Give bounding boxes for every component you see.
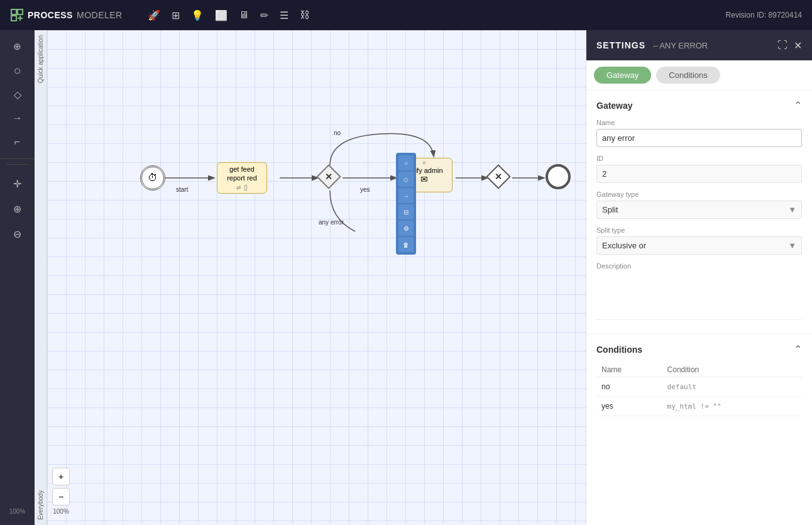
context-toolbar: ○ ◇ → ⊟ ⚙ 🗑 bbox=[396, 153, 416, 255]
task1-line2: report red bbox=[227, 174, 257, 182]
settings-panel: SETTINGS – ANY ERROR ⛶ ✕ Gateway Conditi… bbox=[586, 30, 812, 525]
conditions-section: Conditions ⌃ Name Condition nodefaultyes… bbox=[586, 334, 812, 425]
name-value[interactable]: any error bbox=[596, 129, 802, 147]
connectors-svg bbox=[47, 30, 586, 525]
toolbar-top: ⊕ ○ ◇ → ⌐ bbox=[0, 35, 35, 159]
canvas-wrapper: Quick application Everybody bbox=[35, 30, 586, 525]
conditions-col-condition: Condition bbox=[662, 363, 802, 377]
main-content: ⊕ ○ ◇ → ⌐ ✛ ⊕ ⊖ 100% Quick application E… bbox=[0, 30, 812, 525]
settings-title: SETTINGS bbox=[596, 40, 645, 50]
ctx-start-icon[interactable]: ○ bbox=[398, 155, 414, 170]
toolbar-diamond[interactable]: ◇ bbox=[5, 83, 30, 106]
conditions-section-title: Conditions bbox=[596, 345, 642, 355]
settings-content: Gateway ⌃ Name any error ID 2 Gateway ty… bbox=[586, 91, 812, 525]
id-label: ID bbox=[596, 155, 802, 162]
split-type-value: Exclusive or bbox=[597, 237, 783, 254]
start-label: start bbox=[176, 186, 188, 193]
pen-icon[interactable]: ✏ bbox=[260, 9, 268, 21]
canvas-area[interactable]: start ⏱ get feed report red ⇌ [] bbox=[47, 30, 586, 525]
gateway-2[interactable]: ✕ bbox=[486, 164, 511, 189]
condition-name-0: no bbox=[596, 377, 662, 397]
everybody-label: Everybody bbox=[36, 88, 45, 525]
toolbar-circle[interactable]: ○ bbox=[5, 59, 30, 82]
export-icon[interactable]: ⬜ bbox=[215, 9, 228, 21]
name-field: Name any error bbox=[596, 119, 802, 147]
text-icon[interactable]: ☰ bbox=[280, 9, 288, 21]
toolbar-arrow[interactable]: → bbox=[5, 107, 30, 130]
side-labels: Quick application Everybody bbox=[35, 30, 47, 525]
topbar-icons: 🚀 ⊞ 💡 ⬜ 🖥 ✏ ☰ ⛓ bbox=[148, 9, 310, 21]
description-textarea[interactable] bbox=[596, 272, 802, 310]
task-get-feed[interactable]: get feed report red ⇌ [] bbox=[217, 162, 267, 194]
topbar: PROCESSMODELER 🚀 ⊞ 💡 ⬜ 🖥 ✏ ☰ ⛓ Revision … bbox=[0, 0, 812, 30]
conditions-col-name: Name bbox=[596, 363, 662, 377]
grid-icon[interactable]: ⊞ bbox=[172, 9, 180, 21]
zoom-level-label: 100% bbox=[52, 508, 70, 515]
id-field: ID 2 bbox=[596, 155, 802, 183]
toolbar-bracket[interactable]: ⌐ bbox=[5, 131, 30, 153]
gateway-section-header: Gateway ⌃ bbox=[596, 99, 802, 111]
description-label: Description bbox=[596, 262, 802, 270]
conditions-collapse-btn[interactable]: ⌃ bbox=[794, 343, 802, 355]
bulb-icon[interactable]: 💡 bbox=[191, 9, 204, 21]
settings-close-btn[interactable]: ✕ bbox=[794, 40, 802, 52]
flow-yes-label: yes bbox=[360, 186, 370, 193]
quick-application-label: Quick application bbox=[36, 30, 45, 88]
conditions-table: Name Condition nodefaultyesmy_html != "" bbox=[596, 363, 802, 416]
conditions-section-header: Conditions ⌃ bbox=[596, 343, 802, 355]
split-type-arrow: ▼ bbox=[783, 237, 801, 254]
network-icon[interactable]: ⛓ bbox=[300, 9, 310, 21]
zoom-out-btn[interactable]: − bbox=[52, 488, 70, 506]
gateway-divider bbox=[596, 319, 802, 320]
svg-rect-1 bbox=[18, 9, 23, 14]
ctx-trash-icon[interactable]: 🗑 bbox=[398, 237, 414, 252]
ctx-dash-icon[interactable]: ⊟ bbox=[398, 204, 414, 219]
gateway-collapse-btn[interactable]: ⌃ bbox=[794, 99, 802, 111]
revision-id: Revision ID: 89720414 bbox=[726, 11, 802, 19]
toolbar-move[interactable]: ✛ bbox=[5, 172, 30, 195]
clock-start-event[interactable]: ⏱ bbox=[140, 165, 165, 191]
rocket-icon[interactable]: 🚀 bbox=[148, 9, 160, 21]
gateway-type-value: Split bbox=[597, 201, 783, 218]
split-type-field: Split type Exclusive or ▼ bbox=[596, 226, 802, 255]
end-event[interactable] bbox=[546, 164, 571, 189]
task1-line1: get feed bbox=[229, 165, 255, 173]
settings-expand-btn[interactable]: ⛶ bbox=[777, 40, 787, 52]
toolbar-zoom-out[interactable]: ⊖ bbox=[5, 223, 30, 245]
split-type-label: Split type bbox=[596, 226, 802, 234]
left-toolbar: ⊕ ○ ◇ → ⌐ ✛ ⊕ ⊖ 100% bbox=[0, 30, 35, 525]
settings-header-actions: ⛶ ✕ bbox=[777, 40, 802, 52]
tab-gateway[interactable]: Gateway bbox=[594, 67, 651, 84]
svg-rect-0 bbox=[11, 9, 16, 14]
ctx-gear-icon[interactable]: ⚙ bbox=[398, 221, 414, 236]
ctx-diamond-icon[interactable]: ◇ bbox=[398, 172, 414, 187]
condition-value-0: default bbox=[662, 377, 802, 397]
settings-tabs: Gateway Conditions bbox=[586, 60, 812, 91]
zoom-in-btn[interactable]: + bbox=[52, 468, 70, 485]
app-logo: PROCESSMODELER bbox=[10, 8, 123, 22]
app-name-modeler: MODELER bbox=[77, 10, 123, 20]
logo-icon bbox=[10, 8, 24, 22]
ctx-arrow-icon[interactable]: → bbox=[398, 188, 414, 203]
id-value: 2 bbox=[596, 165, 802, 183]
screen-icon[interactable]: 🖥 bbox=[239, 9, 249, 21]
app-name-process: PROCESS bbox=[28, 10, 73, 20]
svg-rect-2 bbox=[11, 16, 16, 21]
flow-any-error-label: any error bbox=[319, 219, 344, 226]
conditions-row-1: yesmy_html != "" bbox=[596, 397, 802, 416]
split-type-select[interactable]: Exclusive or ▼ bbox=[596, 236, 802, 255]
gateway-any-error[interactable]: ✕ bbox=[316, 164, 341, 189]
condition-value-1: my_html != "" bbox=[662, 397, 802, 416]
flow-no-label: no bbox=[334, 130, 341, 136]
settings-subtitle: – ANY ERROR bbox=[653, 41, 708, 50]
gateway-type-label: Gateway type bbox=[596, 191, 802, 198]
tab-conditions[interactable]: Conditions bbox=[656, 67, 720, 84]
condition-name-1: yes bbox=[596, 397, 662, 416]
gateway-type-select[interactable]: Split ▼ bbox=[596, 201, 802, 219]
toolbar-zoom-in[interactable]: ⊕ bbox=[5, 197, 30, 220]
gateway-type-field: Gateway type Split ▼ bbox=[596, 191, 802, 219]
zoom-percent: 100% bbox=[9, 508, 26, 515]
gateway-section-title: Gateway bbox=[596, 101, 633, 111]
conditions-row-0: nodefault bbox=[596, 377, 802, 397]
toolbar-cursor[interactable]: ⊕ bbox=[5, 35, 30, 58]
